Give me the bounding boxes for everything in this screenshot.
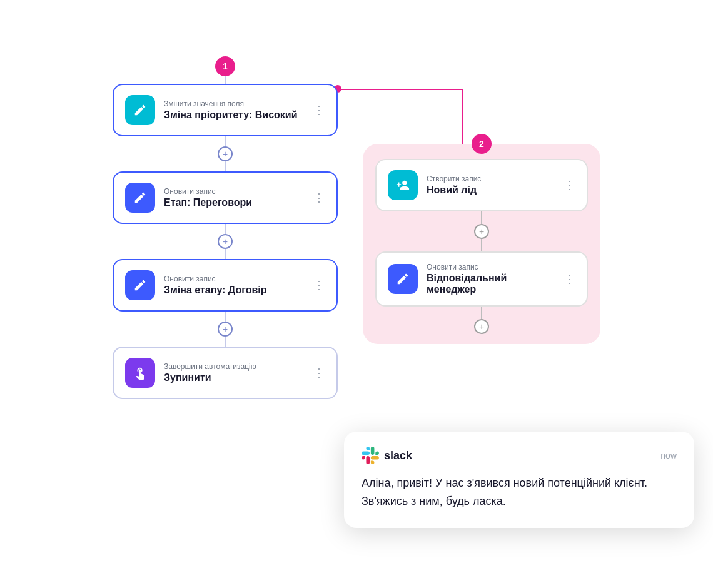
branch-card2-text: Оновити запис Відповідальний менеджер <box>427 263 555 295</box>
branch-connector1 <box>481 211 482 224</box>
plus2[interactable]: + <box>218 234 233 249</box>
connector5 <box>225 312 226 322</box>
card3-menu[interactable]: ⋮ <box>313 278 325 292</box>
step2-badge: 2 <box>472 134 492 154</box>
plus3[interactable]: + <box>218 322 233 337</box>
card4-label: Завершити автоматизацію <box>164 362 305 371</box>
card2-icon <box>125 183 155 213</box>
connector3 <box>225 224 226 234</box>
slack-notification-card: slack now Аліна, привіт! У нас з'явився … <box>344 432 694 528</box>
slack-brand-name: slack <box>384 449 412 462</box>
branch-card1-title: Новий лід <box>427 185 555 196</box>
card2-menu[interactable]: ⋮ <box>313 191 325 205</box>
card2-text: Оновити запис Етап: Переговори <box>164 187 305 208</box>
branch-connector2 <box>481 239 482 251</box>
branch-card1-text: Створити запис Новий лід <box>427 175 555 196</box>
card1-menu[interactable]: ⋮ <box>313 103 325 117</box>
card-stop[interactable]: Завершити автоматизацію Зупинити ⋮ <box>113 347 338 399</box>
card4-title: Зупинити <box>164 372 305 383</box>
card4-text: Завершити автоматизацію Зупинити <box>164 362 305 383</box>
branch-plus1[interactable]: + <box>474 224 489 239</box>
card2-title: Етап: Переговори <box>164 197 305 208</box>
card3-text: Оновити запис Зміна етапу: Договір <box>164 275 305 296</box>
branch-plus2[interactable]: + <box>474 319 489 334</box>
branch-card-new-lead[interactable]: Створити запис Новий лід ⋮ <box>375 159 588 211</box>
card-update-stage-contract[interactable]: Оновити запис Зміна етапу: Договір ⋮ <box>113 259 338 312</box>
branch-card1-icon <box>388 170 418 200</box>
card3-title: Зміна етапу: Договір <box>164 285 305 296</box>
card3-label: Оновити запис <box>164 275 305 283</box>
card2-label: Оновити запис <box>164 187 305 196</box>
slack-header: slack now <box>362 447 677 464</box>
slack-brand: slack <box>362 447 412 464</box>
branch-card2-title: Відповідальний менеджер <box>427 273 555 295</box>
connector1 <box>225 136 226 146</box>
card1-label: Змінити значення поля <box>164 99 305 108</box>
right-branch: 2 Створити запис Новий лід ⋮ + <box>363 144 600 344</box>
branch-card1-menu[interactable]: ⋮ <box>564 178 575 192</box>
slack-time: now <box>660 450 677 460</box>
card3-icon <box>125 270 155 300</box>
connector6 <box>225 337 226 347</box>
card4-menu[interactable]: ⋮ <box>313 366 325 380</box>
card1-icon <box>125 95 155 125</box>
step1-badge: 1 <box>215 56 235 76</box>
card-update-stage-negotiation[interactable]: Оновити запис Етап: Переговори ⋮ <box>113 171 338 224</box>
branch-card2-menu[interactable]: ⋮ <box>564 272 575 286</box>
branch-card2-icon <box>388 264 418 294</box>
branch-card1-label: Створити запис <box>427 175 555 183</box>
branch-card-manager[interactable]: Оновити запис Відповідальний менеджер ⋮ <box>375 251 588 307</box>
left-workflow-column: 1 Змінити значення поля Зміна пріоритету… <box>113 56 338 399</box>
slack-logo-icon <box>362 447 379 464</box>
connector2 <box>225 161 226 171</box>
connector-h-line <box>338 89 463 90</box>
card-change-priority[interactable]: Змінити значення поля Зміна пріоритету: … <box>113 84 338 136</box>
branch-inner: Створити запис Новий лід ⋮ + Оновити зап… <box>375 159 588 334</box>
branch-connector3 <box>481 307 482 319</box>
card4-icon <box>125 358 155 388</box>
plus1[interactable]: + <box>218 146 233 161</box>
slack-message-text: Аліна, привіт! У нас з'явився новий поте… <box>362 474 677 510</box>
connector4 <box>225 249 226 259</box>
branch-card2-label: Оновити запис <box>427 263 555 271</box>
card1-title: Зміна пріоритету: Високий <box>164 109 305 121</box>
card1-text: Змінити значення поля Зміна пріоритету: … <box>164 99 305 121</box>
